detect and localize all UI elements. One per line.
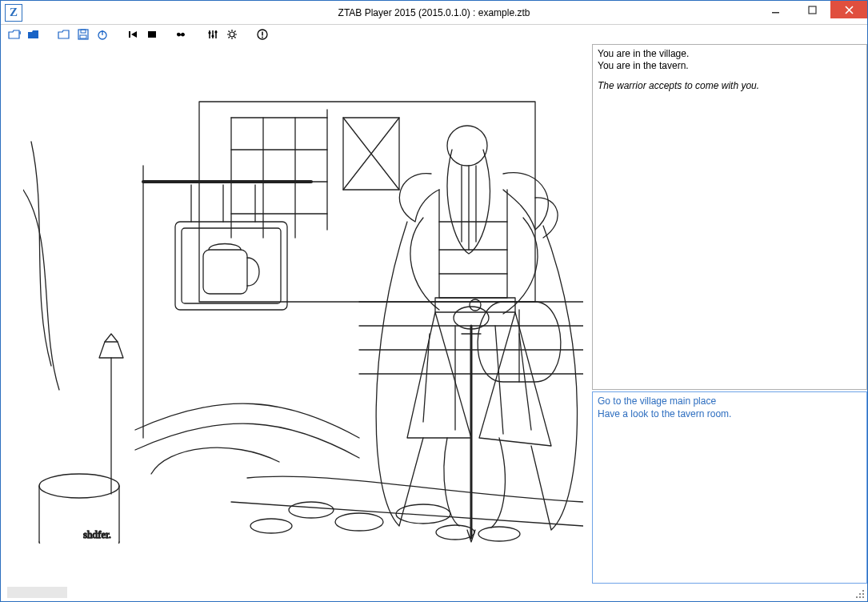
svg-point-37 (289, 502, 334, 518)
story-line: You are in the village. (598, 48, 862, 60)
svg-point-13 (211, 34, 214, 37)
svg-line-21 (234, 37, 236, 38)
client-area: shdfer. You are in the village. You are … (1, 44, 867, 584)
right-column: You are in the village. You are in the t… (591, 44, 867, 584)
svg-rect-7 (129, 31, 130, 38)
svg-line-23 (229, 37, 230, 38)
choice-link[interactable]: Have a look to the tavern room. (598, 408, 862, 421)
toolbar (1, 25, 867, 44)
svg-rect-4 (80, 35, 86, 38)
close-button[interactable] (830, 1, 867, 18)
svg-point-38 (335, 513, 383, 531)
story-event: The warrior accepts to come with you. (598, 80, 862, 92)
maximize-button[interactable] (794, 1, 830, 18)
story-panel: You are in the village. You are in the t… (592, 44, 867, 390)
window-controls (757, 1, 867, 24)
scene-image: shdfer. (23, 92, 583, 544)
svg-rect-27 (199, 102, 535, 302)
minimize-button[interactable] (757, 1, 794, 18)
story-line: You are in the tavern. (598, 60, 862, 72)
svg-point-41 (447, 126, 487, 166)
status-bar (1, 584, 867, 601)
open-recent-icon[interactable] (26, 27, 41, 42)
power-icon[interactable] (95, 27, 110, 42)
svg-point-12 (208, 31, 210, 34)
svg-point-45 (436, 525, 474, 540)
svg-point-26 (262, 37, 263, 38)
open-folder-icon[interactable] (7, 27, 22, 42)
open-file-icon[interactable] (57, 27, 71, 42)
svg-rect-42 (435, 298, 515, 312)
save-icon[interactable] (76, 27, 90, 42)
title-bar: Z ZTAB Player 2015 (2015.0.1.0) : exampl… (1, 1, 867, 25)
svg-point-15 (230, 32, 234, 37)
view-mask-icon[interactable] (175, 27, 190, 42)
choice-link[interactable]: Go to the village main place (598, 395, 862, 408)
settings-gear-icon[interactable] (225, 27, 239, 42)
svg-point-39 (250, 519, 292, 533)
equalizer-icon[interactable] (206, 27, 220, 42)
svg-rect-32 (182, 228, 281, 303)
app-window: Z ZTAB Player 2015 (2015.0.1.0) : exampl… (0, 0, 868, 602)
svg-rect-0 (772, 12, 779, 14)
rewind-first-icon[interactable] (126, 27, 140, 42)
info-icon[interactable] (255, 27, 270, 42)
fullscreen-icon[interactable] (145, 27, 159, 42)
window-title: ZTAB Player 2015 (2015.0.1.0) : example.… (1, 7, 867, 18)
svg-line-20 (229, 31, 230, 33)
resize-grip-icon[interactable] (854, 588, 865, 599)
svg-text:shdfer.: shdfer. (83, 528, 111, 540)
status-progress (7, 587, 67, 598)
svg-point-43 (470, 299, 481, 311)
svg-rect-8 (148, 31, 156, 38)
svg-rect-1 (809, 6, 816, 14)
scene-pane: shdfer. (1, 44, 591, 584)
svg-line-22 (234, 31, 236, 33)
svg-point-46 (478, 527, 520, 541)
svg-rect-33 (203, 250, 247, 294)
app-icon: Z (5, 4, 22, 22)
svg-point-35 (39, 474, 119, 498)
svg-point-14 (214, 30, 217, 33)
choices-panel: Go to the village main place Have a look… (592, 391, 867, 584)
